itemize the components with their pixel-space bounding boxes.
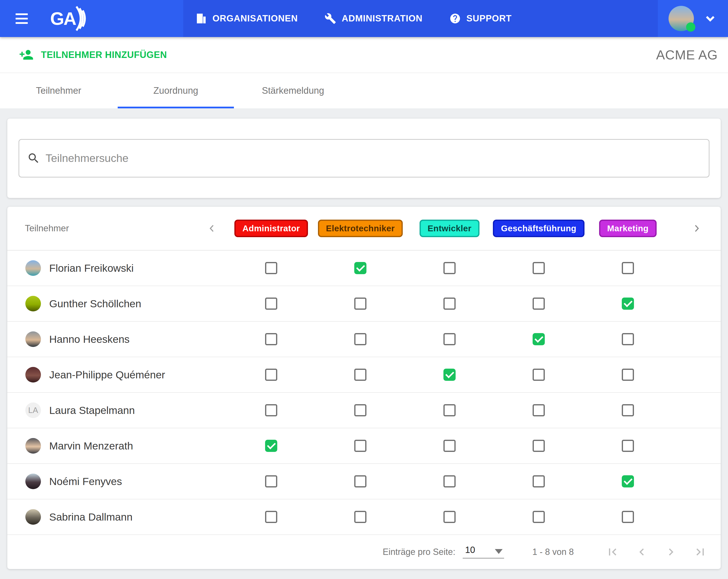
checkbox-cell (227, 440, 316, 452)
role-badge-entwickler[interactable]: Entwickler (420, 220, 479, 237)
user-avatar[interactable] (669, 6, 694, 31)
avatar: LA (25, 403, 41, 418)
checkbox-no-mi-fenyves-entwickler[interactable] (443, 475, 456, 488)
checkbox-gunther-sch-llchen-marketing[interactable] (622, 298, 634, 310)
checkbox-no-mi-fenyves-elektrotechniker[interactable] (354, 475, 366, 488)
checkbox-cell (405, 369, 494, 381)
participant-cell: Florian Freikowski (7, 260, 197, 276)
checkbox-hanno-heeskens-administrator[interactable] (265, 333, 277, 345)
checkbox-sabrina-dallmann-administrator[interactable] (265, 511, 277, 523)
checkbox-laura-stapelmann-marketing[interactable] (622, 404, 634, 416)
checkbox-florian-freikowski-gesch-ftsf-hrung[interactable] (532, 262, 545, 274)
checkbox-florian-freikowski-elektrotechniker[interactable] (354, 262, 366, 274)
checkbox-florian-freikowski-administrator[interactable] (265, 262, 277, 274)
checkbox-cell (227, 369, 316, 381)
checkbox-laura-stapelmann-elektrotechniker[interactable] (354, 404, 366, 416)
checkbox-hanno-heeskens-entwickler[interactable] (443, 333, 456, 345)
tab-teilnehmer[interactable]: Teilnehmer (0, 73, 117, 108)
role-badge-marketing[interactable]: Marketing (599, 220, 657, 237)
role-badge-elektrotechniker[interactable]: Elektrotechniker (318, 220, 403, 237)
checkbox-gunther-sch-llchen-entwickler[interactable] (443, 298, 456, 310)
topbar-left-section: GA (0, 0, 183, 37)
checkbox-jean-philippe-qu-m-ner-marketing[interactable] (622, 369, 634, 381)
scroll-roles-right-icon[interactable] (672, 223, 721, 234)
checkbox-jean-philippe-qu-m-ner-gesch-ftsf-hrung[interactable] (532, 369, 545, 381)
add-participant-button[interactable]: TEILNEHMER HINZUFÜGEN (19, 48, 167, 62)
checkbox-sabrina-dallmann-gesch-ftsf-hrung[interactable] (532, 511, 545, 523)
search-input[interactable] (46, 152, 701, 165)
table-row-marvin-menzerath: Marvin Menzerath (7, 428, 721, 464)
checkbox-no-mi-fenyves-administrator[interactable] (265, 475, 277, 488)
per-page-select[interactable]: 10 (463, 545, 504, 558)
checkbox-laura-stapelmann-gesch-ftsf-hrung[interactable] (532, 404, 545, 416)
scroll-roles-left-icon[interactable] (197, 223, 227, 234)
checkbox-laura-stapelmann-administrator[interactable] (265, 404, 277, 416)
participant-name: Hanno Heeskens (49, 333, 130, 345)
checkbox-gunther-sch-llchen-elektrotechniker[interactable] (354, 298, 366, 310)
checkbox-cell (405, 511, 494, 523)
participant-name: Laura Stapelmann (49, 405, 135, 416)
nav-item-label: ORGANISATIONEN (212, 13, 298, 24)
checkbox-cell (227, 333, 316, 345)
checkbox-cell (405, 262, 494, 274)
checkbox-cell (316, 262, 405, 274)
checkbox-jean-philippe-qu-m-ner-elektrotechniker[interactable] (354, 369, 366, 381)
checkbox-marvin-menzerath-marketing[interactable] (622, 440, 634, 452)
first-page-icon[interactable] (605, 545, 620, 559)
checkbox-cell (227, 475, 316, 488)
checkbox-sabrina-dallmann-marketing[interactable] (622, 511, 634, 523)
organization-name: ACME AG (656, 47, 718, 62)
nav-item-administration[interactable]: ADMINISTRATION (324, 13, 422, 24)
checkbox-laura-stapelmann-entwickler[interactable] (443, 404, 456, 416)
checkbox-marvin-menzerath-entwickler[interactable] (443, 440, 456, 452)
checkbox-cell (583, 262, 672, 274)
previous-page-icon[interactable] (635, 545, 649, 559)
checkbox-jean-philippe-qu-m-ner-administrator[interactable] (265, 369, 277, 381)
avatar (25, 331, 41, 347)
last-page-icon[interactable] (693, 545, 707, 559)
next-page-icon[interactable] (664, 545, 678, 559)
checkbox-marvin-menzerath-elektrotechniker[interactable] (354, 440, 366, 452)
role-badge-gesch-ftsf-hrung[interactable]: Geschäftsführung (493, 220, 584, 237)
action-bar: TEILNEHMER HINZUFÜGEN ACME AG (0, 37, 728, 73)
dropdown-arrow-icon (495, 549, 503, 554)
checkbox-sabrina-dallmann-entwickler[interactable] (443, 511, 456, 523)
nav-item-support[interactable]: SUPPORT (449, 13, 512, 24)
nav-item-organisationen[interactable]: ORGANISATIONEN (196, 13, 298, 24)
chevron-down-icon[interactable] (703, 11, 717, 26)
checkbox-marvin-menzerath-administrator[interactable] (265, 440, 277, 452)
hamburger-menu-icon[interactable] (16, 13, 28, 24)
checkbox-cell (227, 262, 316, 274)
checkbox-no-mi-fenyves-marketing[interactable] (622, 475, 634, 488)
online-status-dot (686, 22, 695, 32)
checkbox-florian-freikowski-marketing[interactable] (622, 262, 634, 274)
checkbox-marvin-menzerath-gesch-ftsf-hrung[interactable] (532, 440, 545, 452)
checkbox-jean-philippe-qu-m-ner-entwickler[interactable] (443, 369, 456, 381)
checkbox-sabrina-dallmann-elektrotechniker[interactable] (354, 511, 366, 523)
role-column-elektrotechniker: Elektrotechniker (316, 220, 405, 237)
participant-name: Marvin Menzerath (49, 440, 133, 452)
checkbox-gunther-sch-llchen-gesch-ftsf-hrung[interactable] (532, 298, 545, 310)
role-badge-administrator[interactable]: Administrator (234, 220, 308, 237)
checkbox-no-mi-fenyves-gesch-ftsf-hrung[interactable] (532, 475, 545, 488)
checkbox-hanno-heeskens-gesch-ftsf-hrung[interactable] (532, 333, 545, 345)
table-row-laura-stapelmann: LALaura Stapelmann (7, 393, 721, 428)
checkbox-gunther-sch-llchen-administrator[interactable] (265, 298, 277, 310)
checkbox-florian-freikowski-entwickler[interactable] (443, 262, 456, 274)
assignment-table: Teilnehmer AdministratorElektrotechniker… (7, 207, 721, 569)
search-box (19, 139, 709, 177)
checkbox-cell (405, 333, 494, 345)
tab-zuordnung[interactable]: Zuordnung (117, 73, 234, 108)
checkbox-cell (405, 440, 494, 452)
checkbox-cell (494, 511, 583, 523)
participant-cell: Noémi Fenyves (7, 474, 197, 489)
person-add-icon (19, 48, 34, 62)
checkbox-cell (583, 298, 672, 310)
table-footer: Einträge pro Seite: 10 1 - 8 von 8 (7, 535, 721, 569)
tab-st-rkemeldung[interactable]: Stärkemeldung (234, 73, 352, 108)
checkbox-hanno-heeskens-marketing[interactable] (622, 333, 634, 345)
participant-cell: Jean-Philippe Quéméner (7, 367, 197, 383)
wrench-icon (324, 13, 336, 24)
table-row-hanno-heeskens: Hanno Heeskens (7, 322, 721, 357)
checkbox-hanno-heeskens-elektrotechniker[interactable] (354, 333, 366, 345)
